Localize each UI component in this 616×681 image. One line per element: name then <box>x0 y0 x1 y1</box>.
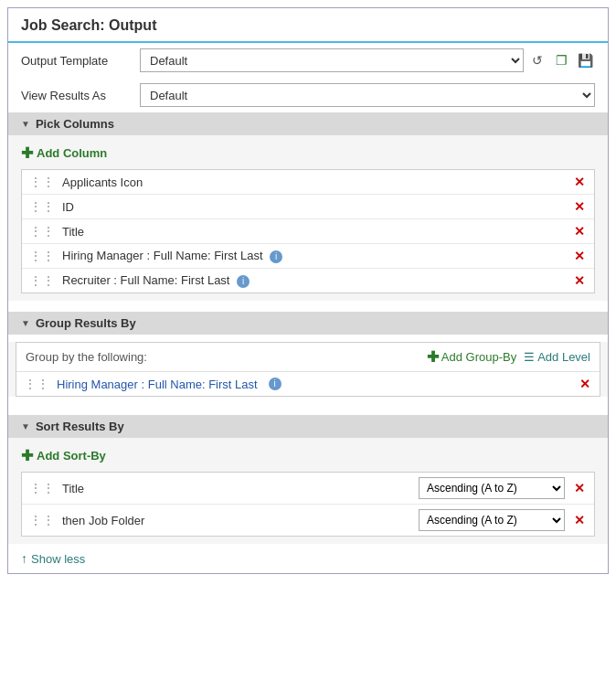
column-name: ID <box>62 200 565 214</box>
add-sort-button[interactable]: ✚ Add Sort-By <box>21 445 106 466</box>
add-sort-label: Add Sort-By <box>37 449 106 463</box>
group-by-section: Group by the following: ✚ Add Group-By ☰… <box>8 342 608 397</box>
drag-handle-icon[interactable]: ⋮⋮ <box>29 199 55 214</box>
add-group-by-label: Add Group-By <box>441 350 516 364</box>
pick-columns-label: Pick Columns <box>36 117 114 131</box>
output-template-select[interactable]: Default <box>140 48 524 72</box>
group-by-box: Group by the following: ✚ Add Group-By ☰… <box>16 342 600 397</box>
add-level-button[interactable]: ☰ Add Level <box>524 350 590 364</box>
sort-results-triangle[interactable]: ▼ <box>21 421 30 431</box>
column-item: ⋮⋮ Hiring Manager : Full Name: First Las… <box>22 244 594 269</box>
drag-handle-icon[interactable]: ⋮⋮ <box>29 224 55 239</box>
group-item-link[interactable]: Hiring Manager : Full Name: First Last <box>57 378 258 391</box>
sort-item: ⋮⋮ Title Ascending (A to Z) Descending (… <box>22 473 594 505</box>
copy-icon[interactable]: ❐ <box>551 50 571 70</box>
drag-handle-icon[interactable]: ⋮⋮ <box>29 481 55 495</box>
group-results-triangle[interactable]: ▼ <box>21 318 30 328</box>
view-results-select[interactable]: Default <box>140 83 595 107</box>
column-name: Title <box>62 225 565 239</box>
add-column-button[interactable]: ✚ Add Column <box>21 143 107 164</box>
remove-sort-button-2[interactable]: ✕ <box>572 513 587 527</box>
column-item: ⋮⋮ ID ✕ <box>22 195 594 219</box>
drag-handle-icon[interactable]: ⋮⋮ <box>24 377 49 391</box>
sort-results-content: ✚ Add Sort-By ⋮⋮ Title Ascending (A to Z… <box>8 438 608 544</box>
section-gap <box>8 301 608 312</box>
pick-columns-section-header: ▼ Pick Columns <box>8 112 608 135</box>
info-icon[interactable]: i <box>270 250 282 263</box>
sort-item-name: Title <box>62 482 411 495</box>
group-results-section-header: ▼ Group Results By <box>8 312 608 335</box>
remove-group-button[interactable]: ✕ <box>578 377 592 391</box>
column-item: ⋮⋮ Applicants Icon ✕ <box>22 170 594 195</box>
sort-results-label: Sort Results By <box>36 420 124 433</box>
section-gap-2 <box>8 404 608 415</box>
info-icon[interactable]: i <box>269 378 281 390</box>
show-less-label: Show less <box>31 552 85 566</box>
sort-list: ⋮⋮ Title Ascending (A to Z) Descending (… <box>21 472 595 537</box>
info-icon[interactable]: i <box>237 275 250 288</box>
group-item: ⋮⋮ Hiring Manager : Full Name: First Las… <box>16 372 600 396</box>
arrow-up-icon: ↑ <box>21 551 27 566</box>
sort-select-wrapper-2: Ascending (A to Z) Descending (Z to A) <box>419 509 565 531</box>
add-group-by-plus-icon: ✚ <box>427 348 439 366</box>
refresh-icon[interactable]: ↺ <box>527 50 547 70</box>
remove-column-button[interactable]: ✕ <box>572 224 587 239</box>
page-header: Job Search: Output <box>8 8 608 43</box>
drag-handle-icon[interactable]: ⋮⋮ <box>29 175 55 189</box>
view-results-label: View Results As <box>21 89 140 102</box>
view-results-control: Default <box>140 83 595 107</box>
pick-columns-content: ✚ Add Column ⋮⋮ Applicants Icon ✕ ⋮⋮ ID … <box>8 135 608 301</box>
add-group-by-button[interactable]: ✚ Add Group-By <box>427 348 516 366</box>
add-sort-plus-icon: ✚ <box>21 447 33 464</box>
output-template-row: Output Template Default ↺ ❐ 💾 <box>8 43 608 78</box>
show-less-container: ↑ Show less <box>8 544 608 573</box>
output-template-label: Output Template <box>21 54 140 68</box>
sort-item: ⋮⋮ then Job Folder Ascending (A to Z) De… <box>22 505 594 536</box>
pick-columns-triangle[interactable]: ▼ <box>21 119 30 129</box>
remove-column-button[interactable]: ✕ <box>572 249 587 263</box>
column-name: Recruiter : Full Name: First Last i <box>62 273 565 288</box>
add-level-label: Add Level <box>537 350 590 364</box>
main-container: Job Search: Output Output Template Defau… <box>7 7 609 574</box>
page-title: Job Search: Output <box>21 17 156 33</box>
drag-handle-icon[interactable]: ⋮⋮ <box>29 273 55 288</box>
group-results-label: Group Results By <box>36 316 136 330</box>
output-template-control: Default ↺ ❐ 💾 <box>140 48 595 72</box>
drag-handle-icon[interactable]: ⋮⋮ <box>29 249 55 263</box>
drag-handle-icon[interactable]: ⋮⋮ <box>29 513 55 527</box>
add-level-icon: ☰ <box>524 350 535 364</box>
remove-column-button[interactable]: ✕ <box>572 175 587 189</box>
show-less-link[interactable]: ↑ Show less <box>8 544 98 573</box>
view-results-row: View Results As Default <box>8 78 608 112</box>
column-list: ⋮⋮ Applicants Icon ✕ ⋮⋮ ID ✕ ⋮⋮ Title ✕ … <box>21 169 595 293</box>
save-icon[interactable]: 💾 <box>575 50 595 70</box>
column-name: Hiring Manager : Full Name: First Last i <box>62 249 565 263</box>
column-item: ⋮⋮ Title ✕ <box>22 219 594 244</box>
sort-order-select[interactable]: Ascending (A to Z) Descending (Z to A) <box>419 477 565 499</box>
column-item: ⋮⋮ Recruiter : Full Name: First Last i ✕ <box>22 269 594 293</box>
sort-select-wrapper: Ascending (A to Z) Descending (Z to A) <box>419 477 565 499</box>
group-by-actions: ✚ Add Group-By ☰ Add Level <box>427 348 590 366</box>
remove-sort-button[interactable]: ✕ <box>572 481 587 495</box>
remove-column-button[interactable]: ✕ <box>572 199 587 214</box>
sort-results-section-header: ▼ Sort Results By <box>8 415 608 438</box>
sort-item-name: then Job Folder <box>62 514 411 527</box>
group-by-header-row: Group by the following: ✚ Add Group-By ☰… <box>16 343 600 372</box>
add-column-label: Add Column <box>37 146 107 160</box>
remove-column-button[interactable]: ✕ <box>572 273 587 288</box>
group-by-text: Group by the following: <box>26 350 427 364</box>
add-column-plus-icon: ✚ <box>21 144 33 162</box>
column-name: Applicants Icon <box>62 176 565 189</box>
sort-order-select-2[interactable]: Ascending (A to Z) Descending (Z to A) <box>419 509 565 531</box>
